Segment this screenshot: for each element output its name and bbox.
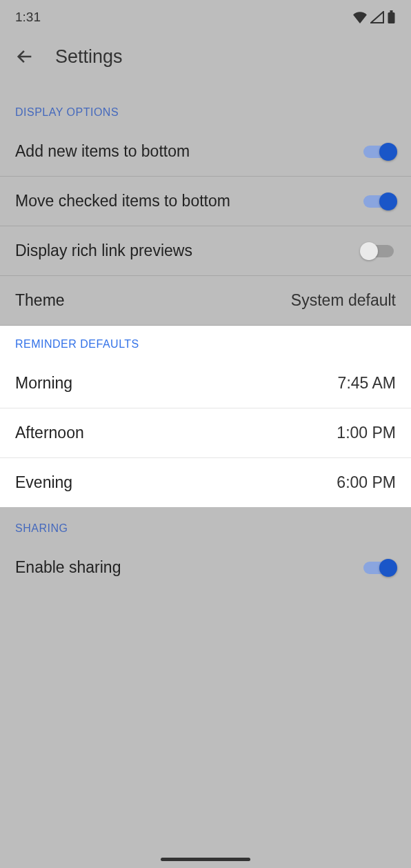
section-header-reminders: REMINDER DEFAULTS	[0, 326, 411, 359]
toggle-rich-links[interactable]	[361, 244, 396, 258]
page-title: Settings	[55, 46, 123, 68]
toggle-add-new-items[interactable]	[361, 145, 396, 159]
row-label: Add new items to bottom	[15, 142, 190, 161]
section-header-display: DISPLAY OPTIONS	[0, 79, 411, 127]
section-header-sharing: SHARING	[0, 507, 411, 543]
row-morning[interactable]: Morning 7:45 AM	[0, 359, 411, 408]
cellular-icon	[370, 11, 384, 23]
status-time: 1:31	[15, 10, 41, 25]
row-value-afternoon: 1:00 PM	[337, 424, 396, 442]
row-label: Morning	[15, 374, 72, 393]
app-bar: Settings	[0, 34, 411, 79]
svg-rect-1	[390, 10, 393, 12]
status-icons	[352, 10, 396, 24]
row-value-theme: System default	[291, 291, 396, 310]
toggle-move-checked[interactable]	[361, 195, 396, 208]
battery-icon	[387, 10, 396, 24]
wifi-icon	[352, 11, 368, 23]
row-move-checked[interactable]: Move checked items to bottom	[0, 177, 411, 226]
row-label: Evening	[15, 473, 72, 492]
nav-handle[interactable]	[161, 858, 250, 861]
row-label: Afternoon	[15, 424, 84, 442]
status-bar: 1:31	[0, 0, 411, 34]
row-add-new-items[interactable]: Add new items to bottom	[0, 127, 411, 177]
svg-rect-0	[388, 12, 395, 23]
row-label: Display rich link previews	[15, 241, 192, 260]
back-arrow-icon[interactable]	[15, 47, 34, 66]
row-enable-sharing[interactable]: Enable sharing	[0, 543, 411, 592]
row-evening[interactable]: Evening 6:00 PM	[0, 458, 411, 507]
row-label: Move checked items to bottom	[15, 192, 230, 210]
row-value-evening: 6:00 PM	[337, 473, 396, 492]
toggle-enable-sharing[interactable]	[361, 561, 396, 575]
row-theme[interactable]: Theme System default	[0, 276, 411, 326]
row-label: Enable sharing	[15, 558, 121, 577]
row-rich-links[interactable]: Display rich link previews	[0, 226, 411, 276]
row-value-morning: 7:45 AM	[338, 374, 396, 393]
row-label: Theme	[15, 291, 65, 310]
row-afternoon[interactable]: Afternoon 1:00 PM	[0, 408, 411, 458]
